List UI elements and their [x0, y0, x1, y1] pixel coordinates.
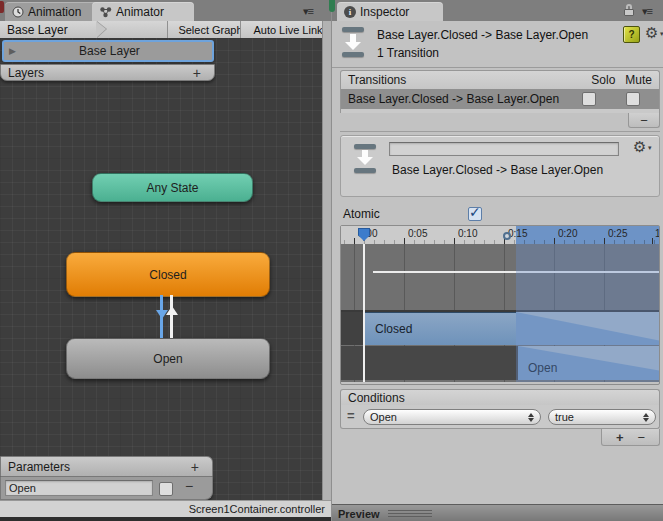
- breadcrumb[interactable]: Base Layer: [7, 23, 68, 37]
- add-condition-button[interactable]: +: [616, 430, 624, 445]
- transition-detail-box: ⚙▾ Base Layer.Closed -> Base Layer.Open: [340, 135, 660, 197]
- inspector-title: Base Layer.Closed -> Base Layer.Open: [377, 28, 588, 42]
- dock-accent-green: [329, 0, 335, 12]
- inspector-subtitle: 1 Transition: [377, 46, 439, 60]
- state-node-any-state[interactable]: Any State: [92, 173, 253, 202]
- add-layer-button[interactable]: +: [187, 65, 207, 81]
- condition-add-remove-box: + −: [601, 429, 660, 446]
- panel-splitter[interactable]: [322, 21, 331, 500]
- preview-bar[interactable]: Preview: [332, 504, 663, 521]
- inspector-tab-bar: i Inspector ▾≡: [332, 0, 663, 22]
- remove-condition-button[interactable]: −: [638, 430, 646, 445]
- tab-inspector[interactable]: i Inspector: [337, 2, 443, 21]
- separator: [340, 131, 660, 132]
- info-icon: i: [344, 6, 356, 18]
- inspector-panel: i Inspector ▾≡ Base Layer.Closed -> Base…: [331, 0, 663, 521]
- transitions-list-header: Transitions Solo Mute: [340, 70, 660, 89]
- timeline-body[interactable]: Closed Open: [341, 244, 659, 382]
- condition-value-dropdown[interactable]: true: [548, 409, 656, 425]
- detail-gear-icon[interactable]: ⚙▾: [633, 139, 646, 154]
- condition-drag-handle[interactable]: =: [347, 408, 355, 423]
- transition-icon-small: [354, 144, 378, 174]
- transition-name-field[interactable]: [389, 142, 619, 156]
- add-parameter-button[interactable]: +: [185, 459, 205, 475]
- layer-item-base-layer[interactable]: ▶ Base Layer: [2, 40, 214, 62]
- remove-parameter-button[interactable]: −: [185, 478, 193, 494]
- layers-panel-header: Layers +: [0, 64, 215, 81]
- transition-row-selected[interactable]: Base Layer.Closed -> Base Layer.Open: [340, 89, 660, 109]
- dropdown-arrows-icon: [637, 413, 649, 422]
- clock-icon: [12, 6, 24, 18]
- transitions-list-footer: [340, 109, 660, 113]
- preview-drag-grip[interactable]: [388, 510, 432, 517]
- clip-bar-open[interactable]: Open: [518, 346, 659, 380]
- tab-animator[interactable]: Animator: [92, 2, 194, 21]
- conditions-header: Conditions: [340, 389, 660, 405]
- tick-label: 0:10: [458, 228, 477, 239]
- animator-tab-bar: Animation Animator ▾≡: [0, 0, 331, 22]
- parameter-bool-checkbox[interactable]: [159, 482, 173, 496]
- foldout-triangle-icon[interactable]: ▶: [4, 46, 21, 56]
- transitions-header-label: Transitions: [348, 73, 406, 87]
- mute-checkbox[interactable]: [626, 92, 640, 106]
- transition-start-handle[interactable]: [503, 232, 511, 240]
- open-clip-label: Open: [528, 361, 557, 375]
- layer-item-label: Base Layer: [21, 44, 198, 58]
- tab-inspector-label: Inspector: [360, 5, 409, 19]
- mute-column-label: Mute: [625, 73, 652, 87]
- state-node-closed[interactable]: Closed: [66, 252, 270, 297]
- timeline-ruler[interactable]: 0:00 0:05 0:10 0:15 0:20 0:25 1:00: [341, 226, 659, 244]
- state-machine-graph[interactable]: ▶ Base Layer Layers + Any State Closed O…: [0, 38, 322, 500]
- animator-toolbar: Base Layer Select Graph Auto Live Link: [0, 21, 331, 39]
- open-state-label: Open: [153, 352, 182, 366]
- transition-timeline: 0:00 0:05 0:10 0:15 0:20 0:25 1:00: [340, 225, 660, 385]
- blend-curve-line: [373, 271, 659, 273]
- tab-animator-label: Animator: [116, 5, 164, 19]
- controller-path-label: Screen1Container.controller: [189, 503, 325, 515]
- tick-label: 0:25: [608, 228, 627, 239]
- animator-icon: [99, 6, 112, 18]
- parameter-name-field[interactable]: [5, 480, 153, 496]
- clip-bar-closed[interactable]: Closed: [365, 312, 516, 345]
- animator-pane-menu-icon[interactable]: ▾≡: [303, 5, 313, 18]
- tick-label: 0:05: [408, 228, 427, 239]
- header-gear-icon[interactable]: ⚙▾: [645, 25, 658, 40]
- preview-label: Preview: [332, 508, 380, 520]
- parameter-row: −: [0, 477, 213, 500]
- inspector-header: Base Layer.Closed -> Base Layer.Open 1 T…: [332, 21, 663, 68]
- condition-value: true: [555, 411, 574, 423]
- transition-arrowhead-up-icon: [166, 306, 178, 315]
- parameters-panel-header: Parameters +: [0, 456, 213, 477]
- lock-icon[interactable]: [623, 4, 635, 17]
- atomic-checkbox[interactable]: ✓: [468, 207, 482, 221]
- solo-column-label: Solo: [591, 73, 625, 87]
- any-state-label: Any State: [146, 181, 198, 195]
- conditions-header-label: Conditions: [348, 391, 405, 405]
- unity-editor-window: Animation Animator ▾≡ Base Layer Select …: [0, 0, 663, 521]
- transition-row-label: Base Layer.Closed -> Base Layer.Open: [348, 92, 559, 106]
- dock-accent-red: [0, 1, 4, 13]
- parameters-header-label: Parameters: [8, 460, 70, 474]
- remove-transition-button[interactable]: −: [628, 113, 660, 128]
- playhead-line[interactable]: [363, 244, 365, 382]
- help-icon[interactable]: ?: [623, 26, 640, 43]
- tick-label: 0:20: [558, 228, 577, 239]
- tab-animation[interactable]: Animation: [5, 2, 103, 21]
- transition-arrow-open-to-closed[interactable]: [170, 295, 173, 338]
- tab-animation-label: Animation: [28, 5, 81, 19]
- breadcrumb-chevron-icon: [96, 21, 106, 38]
- state-node-open[interactable]: Open: [66, 338, 270, 379]
- clip-row-open: Open: [341, 346, 659, 380]
- clip-row-closed: Closed: [341, 312, 659, 345]
- tick-label: 1:00: [655, 228, 659, 239]
- dropdown-arrows-icon: [522, 413, 534, 422]
- closed-clip-label: Closed: [375, 322, 412, 336]
- condition-parameter-value: Open: [370, 411, 397, 423]
- transition-icon: [342, 27, 366, 59]
- condition-row: = Open true: [340, 405, 660, 429]
- condition-parameter-dropdown[interactable]: Open: [363, 409, 541, 425]
- tick-label: 0:15: [508, 228, 527, 239]
- layers-header-label: Layers: [8, 66, 44, 80]
- solo-checkbox[interactable]: [582, 92, 596, 106]
- inspector-pane-menu-icon[interactable]: ▾≡: [642, 5, 652, 18]
